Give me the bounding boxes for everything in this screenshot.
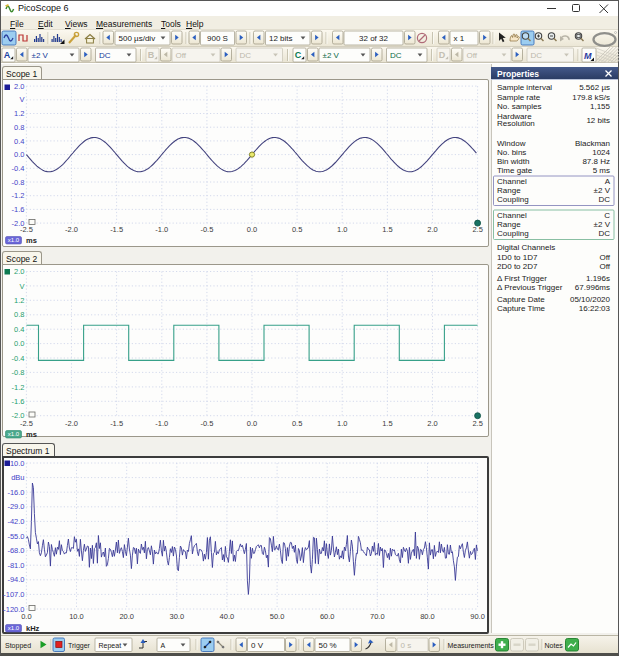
svg-text:B: B <box>148 50 155 60</box>
svg-text:5.562 µs: 5.562 µs <box>579 83 610 92</box>
svg-text:-1.5: -1.5 <box>110 419 123 428</box>
svg-text:Range: Range <box>497 186 521 195</box>
svg-text:0.8: 0.8 <box>14 310 24 319</box>
svg-text:x 1: x 1 <box>454 34 465 43</box>
svg-text:±2 V: ±2 V <box>32 51 49 60</box>
svg-text:-1.2: -1.2 <box>12 383 25 392</box>
svg-text:DC: DC <box>531 51 543 60</box>
svg-text:Channel: Channel <box>497 211 527 220</box>
svg-text:-0.8: -0.8 <box>12 178 25 187</box>
svg-text:2.0: 2.0 <box>14 82 24 91</box>
svg-text:V: V <box>19 282 24 291</box>
svg-text:-2.0: -2.0 <box>65 225 78 234</box>
svg-text:67.996ms: 67.996ms <box>575 283 610 292</box>
svg-text:12 bits: 12 bits <box>586 116 610 125</box>
svg-text:-94.0: -94.0 <box>7 575 24 584</box>
svg-text:-29.0: -29.0 <box>7 502 24 511</box>
svg-text:-42.0: -42.0 <box>7 517 24 526</box>
svg-text:Δ Previous Trigger: Δ Previous Trigger <box>497 283 563 292</box>
svg-text:Coupling: Coupling <box>497 195 529 204</box>
svg-text:32 of 32: 32 of 32 <box>359 34 388 43</box>
svg-text:0.5: 0.5 <box>292 225 302 234</box>
svg-text:10.0: 10.0 <box>69 612 84 621</box>
svg-text:-1.2: -1.2 <box>12 191 25 200</box>
svg-text:A: A <box>161 642 166 649</box>
svg-text:0.8: 0.8 <box>14 123 24 132</box>
svg-text:500 µs/div: 500 µs/div <box>119 34 156 43</box>
svg-text:A: A <box>4 50 11 60</box>
svg-text:Range: Range <box>497 220 521 229</box>
svg-text:x1.0: x1.0 <box>8 431 20 437</box>
svg-text:1.196s: 1.196s <box>586 274 610 283</box>
svg-text:kHz: kHz <box>26 624 40 633</box>
svg-text:Bin width: Bin width <box>497 157 529 166</box>
svg-text:2D0 to 2D7: 2D0 to 2D7 <box>497 262 538 271</box>
svg-text:Sample rate: Sample rate <box>497 93 541 102</box>
svg-text:ms: ms <box>26 430 37 439</box>
svg-text:Sample interval: Sample interval <box>497 83 552 92</box>
svg-text:Δ First Trigger: Δ First Trigger <box>497 274 547 283</box>
svg-text:1.0: 1.0 <box>337 419 347 428</box>
svg-text:-55.0: -55.0 <box>7 532 24 541</box>
svg-text:x1.0: x1.0 <box>8 237 20 243</box>
svg-text:5 ms: 5 ms <box>593 166 610 175</box>
svg-text:30.0: 30.0 <box>169 612 184 621</box>
svg-text:90.0: 90.0 <box>470 612 485 621</box>
svg-text:-81.0: -81.0 <box>7 561 24 570</box>
svg-text:-16.0: -16.0 <box>7 488 24 497</box>
svg-text:C: C <box>604 211 610 220</box>
svg-text:±2 V: ±2 V <box>594 186 611 195</box>
svg-text:x1.0: x1.0 <box>8 625 20 631</box>
svg-text:Capture Date: Capture Date <box>497 295 545 304</box>
svg-text:50 %: 50 % <box>319 641 337 650</box>
svg-text:Off: Off <box>599 253 610 262</box>
svg-text:12 bits: 12 bits <box>269 34 293 43</box>
svg-text:40.0: 40.0 <box>220 612 235 621</box>
svg-text:-0.5: -0.5 <box>200 419 213 428</box>
svg-text:1.5: 1.5 <box>382 419 392 428</box>
svg-text:60.0: 60.0 <box>320 612 335 621</box>
svg-text:±2 V: ±2 V <box>323 51 340 60</box>
svg-text:1D0 to 1D7: 1D0 to 1D7 <box>497 253 538 262</box>
svg-text:-1.5: -1.5 <box>110 225 123 234</box>
svg-text:Stopped: Stopped <box>5 642 31 650</box>
svg-text:1.2: 1.2 <box>14 109 24 118</box>
svg-text:0 V: 0 V <box>251 641 264 650</box>
svg-text:DC: DC <box>240 51 252 60</box>
svg-text:-0.8: -0.8 <box>12 368 25 377</box>
svg-text:2.0: 2.0 <box>14 267 24 276</box>
svg-text:Off: Off <box>467 51 478 60</box>
svg-text:V: V <box>19 95 24 104</box>
svg-text:Digital Channels: Digital Channels <box>497 243 555 252</box>
svg-text:Channel: Channel <box>497 177 527 186</box>
svg-text:±2 V: ±2 V <box>594 220 611 229</box>
svg-text:dBu: dBu <box>11 473 24 482</box>
svg-text:0.0: 0.0 <box>247 419 257 428</box>
svg-text:16:22:03: 16:22:03 <box>579 304 611 313</box>
svg-text:0.0: 0.0 <box>14 150 24 159</box>
svg-text:Notes: Notes <box>545 642 564 649</box>
svg-text:Off: Off <box>176 51 187 60</box>
svg-text:-2.5: -2.5 <box>20 419 33 428</box>
svg-text:Blackman: Blackman <box>575 139 610 148</box>
svg-text:1.0: 1.0 <box>337 225 347 234</box>
svg-text:DC: DC <box>390 51 402 60</box>
svg-text:900 S: 900 S <box>207 34 228 43</box>
svg-text:Trigger: Trigger <box>68 642 91 650</box>
svg-text:0.4: 0.4 <box>14 137 24 146</box>
svg-text:C: C <box>295 50 302 60</box>
svg-text:0.5: 0.5 <box>292 419 302 428</box>
svg-text:-1.0: -1.0 <box>155 419 168 428</box>
svg-text:20.0: 20.0 <box>119 612 134 621</box>
svg-text:2.0: 2.0 <box>427 419 437 428</box>
svg-text:-0.4: -0.4 <box>12 164 25 173</box>
svg-text:M: M <box>584 51 592 61</box>
svg-text:2.0: 2.0 <box>427 225 437 234</box>
svg-text:No. bins: No. bins <box>497 148 526 157</box>
svg-text:Resolution: Resolution <box>497 119 535 128</box>
svg-text:A: A <box>605 177 611 186</box>
svg-text:0.0: 0.0 <box>247 225 257 234</box>
svg-text:DC: DC <box>598 195 610 204</box>
svg-text:Repeat: Repeat <box>99 642 122 650</box>
svg-text:1.5: 1.5 <box>382 225 392 234</box>
